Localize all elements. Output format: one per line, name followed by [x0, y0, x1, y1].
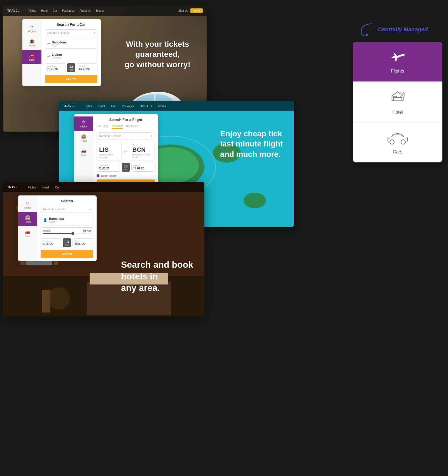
- svg-rect-25: [42, 290, 50, 312]
- flight-number-field[interactable]: Number of people ▾: [97, 132, 155, 139]
- swap-icon[interactable]: ⇄: [123, 142, 128, 160]
- car-nav-car[interactable]: Car: [53, 9, 57, 12]
- hotel-icon: 🏨: [29, 38, 35, 44]
- flight-nav-packages[interactable]: Packages: [122, 105, 134, 108]
- hotel-sidebar-cars-label: Cars: [25, 235, 30, 238]
- hotel-panel-sidebar: ✈ Flights 🏨 Hotel 🚗 Cars: [18, 195, 37, 261]
- tab-one-way[interactable]: One · Way: [97, 125, 108, 129]
- category-cars[interactable]: Cars: [353, 123, 442, 162]
- category-hotel[interactable]: Hotel: [353, 82, 442, 123]
- hotel-sidebar-hotel[interactable]: 🏨 Hotel: [18, 212, 37, 226]
- flight-nav-hotel[interactable]: Hotel: [98, 105, 105, 108]
- flight-airports: ✈ LIS Lisbon Airport · Portugal ⇄ ✈ BCN …: [97, 142, 155, 160]
- flight-nav: TRAVEL Flights Hotel Car Packages About …: [59, 101, 294, 111]
- flight-number-chevron: ▾: [151, 134, 152, 137]
- car-departure-label: Departure: [47, 65, 64, 67]
- car-nav-about[interactable]: About Us: [80, 9, 91, 12]
- centrally-managed-label: Centrally Managed: [358, 22, 442, 36]
- flight-search-panel: ✈ Flights 🏨 Hotel 🚗 Cars Search For a Fl…: [74, 114, 158, 191]
- car-nights-num: 13: [69, 65, 73, 69]
- hotel-return-date: 14.01.20: [74, 242, 91, 246]
- hotel-range-field[interactable]: Range 85 KM: [41, 227, 93, 236]
- flight-hero-text: Enjoy cheap ticklast minute flightand mu…: [220, 129, 283, 159]
- hotel-sidebar-cars-icon: 🚗: [25, 229, 31, 234]
- hotel-range-value: 85 KM: [83, 229, 91, 232]
- tab-hospitality[interactable]: Hospitality: [126, 125, 138, 129]
- flight-departure-field[interactable]: Departure 01.01.20: [97, 163, 120, 172]
- tab-roundtrip[interactable]: Roundtrip: [112, 125, 123, 129]
- flight-sidebar-hotel-icon: 🏨: [81, 134, 87, 139]
- hotel-from-field[interactable]: 👤 Barcelona Spain: [41, 215, 93, 225]
- flight-sidebar-cars[interactable]: 🚗 Cars: [74, 145, 93, 159]
- hotel-sidebar-flights[interactable]: ✈ Flights: [18, 198, 37, 212]
- flights-icon: ✈: [30, 24, 34, 29]
- hotel-search-panel: ✈ Flights 🏨 Hotel 🚗 Cars Search Number o…: [18, 195, 97, 261]
- right-panel: Centrally Managed Flights: [353, 22, 442, 162]
- hotel-sidebar-hotel-label: Hotel: [25, 221, 31, 223]
- flights-category-icon: [389, 50, 406, 66]
- flight-sidebar-cars-label: Cars: [81, 154, 86, 157]
- car-to-field[interactable]: ⇌ Lisbon Portugal: [45, 51, 97, 61]
- flight-to-box[interactable]: ✈ BCN Barcelona El Prat · Spain: [130, 142, 155, 160]
- car-nav-links: Flights Hotel Car Packages About Us Medi…: [28, 9, 104, 12]
- sidebar-cars-active[interactable]: 🚗 Cars: [22, 50, 41, 64]
- car-nav-packages[interactable]: Packages: [62, 9, 74, 12]
- hotel-number-field[interactable]: Number of people ▾: [41, 206, 93, 213]
- hotel-dates-row: Departure 01.01.20 13 noc Return 14.01.2…: [41, 238, 93, 247]
- car-departure-field[interactable]: Departure 01.01.20: [45, 63, 66, 72]
- hotel-nav-flights[interactable]: Flights: [28, 186, 36, 189]
- hotel-nav-hotel[interactable]: Hotel: [42, 186, 49, 189]
- car-from-city: Barcelona: [52, 41, 67, 44]
- flight-nav-about[interactable]: About Us: [141, 105, 152, 108]
- flight-nav-media[interactable]: Media: [158, 105, 166, 108]
- flight-return-field[interactable]: Return 14.01.20: [131, 163, 155, 172]
- from-location-icon: ⇌: [47, 42, 50, 46]
- car-dates-row: Departure 01.01.20 13 noc Return 14.01.2…: [45, 63, 97, 72]
- car-from-text: Barcelona Spain: [52, 41, 67, 47]
- flight-nav-flights[interactable]: Flights: [84, 105, 92, 108]
- flight-departure-label: Departure: [99, 164, 118, 167]
- flight-sidebar-flights[interactable]: ✈ Flights: [74, 116, 93, 131]
- car-from-field[interactable]: ⇌ Barcelona Spain: [45, 39, 97, 49]
- flight-nav-car[interactable]: Car: [111, 105, 116, 108]
- flight-panel-main: Search For a Flight One · Way Roundtrip …: [93, 114, 158, 191]
- sidebar-flights[interactable]: ✈ Flights: [22, 21, 41, 36]
- car-departure-date: 01.01.20: [47, 67, 64, 71]
- sidebar-hotel[interactable]: 🏨 Hotel: [22, 36, 41, 50]
- car-panel-sidebar: ✈ Flights 🏨 Hotel 🚗 Cars: [22, 19, 41, 86]
- car-to-text: Lisbon Portugal: [52, 53, 62, 59]
- car-login-btn[interactable]: Agent: [190, 8, 203, 13]
- hotel-range-track[interactable]: [43, 233, 91, 234]
- category-flights[interactable]: Flights: [353, 42, 442, 82]
- cars-category-icon: [386, 131, 409, 147]
- car-brand: TRAVEL: [7, 9, 19, 12]
- car-search-button[interactable]: Search: [45, 75, 97, 83]
- sidebar-hotel-label: Hotel: [29, 44, 35, 47]
- flight-nights-box: 13 noc: [122, 163, 130, 172]
- flight-panel-sidebar: ✈ Flights 🏨 Hotel 🚗 Cars: [74, 114, 93, 191]
- car-search-panel: ✈ Flights 🏨 Hotel 🚗 Cars Search For a Ca…: [22, 19, 101, 86]
- svg-point-24: [48, 287, 70, 310]
- centrally-managed-text: Centrally Managed: [378, 26, 428, 33]
- hotel-return-field[interactable]: Return 14.01.20: [73, 238, 93, 247]
- flight-sidebar-hotel[interactable]: 🏨 Hotel: [74, 131, 93, 145]
- svg-point-13: [244, 193, 266, 208]
- hotel-sidebar-cars[interactable]: 🚗 Cars: [18, 226, 37, 241]
- flight-checkbox[interactable]: [97, 174, 99, 177]
- hotel-range-fill: [43, 233, 74, 234]
- hotel-nav-car[interactable]: Car: [55, 186, 60, 189]
- car-nav: TRAVEL Flights Hotel Car Packages About …: [3, 6, 207, 16]
- car-nav-media[interactable]: Media: [96, 9, 104, 12]
- car-number-field[interactable]: Number of people ▾: [45, 29, 97, 36]
- hotel-range-thumb[interactable]: [71, 232, 74, 235]
- hotel-search-button[interactable]: Search: [41, 250, 93, 258]
- hotel-panel-title: Search: [41, 199, 93, 203]
- car-return-field[interactable]: Return 14.01.20: [77, 63, 97, 72]
- flight-from-code: LIS: [99, 146, 119, 153]
- hotel-departure-field[interactable]: Departure 01.01.20: [41, 238, 61, 247]
- car-signup[interactable]: Sign Up: [178, 9, 188, 12]
- flight-from-box[interactable]: ✈ LIS Lisbon Airport · Portugal: [97, 142, 122, 160]
- hotel-number-chevron: ▾: [89, 208, 91, 211]
- car-nav-flights[interactable]: Flights: [28, 9, 36, 12]
- car-nav-hotel[interactable]: Hotel: [41, 9, 48, 12]
